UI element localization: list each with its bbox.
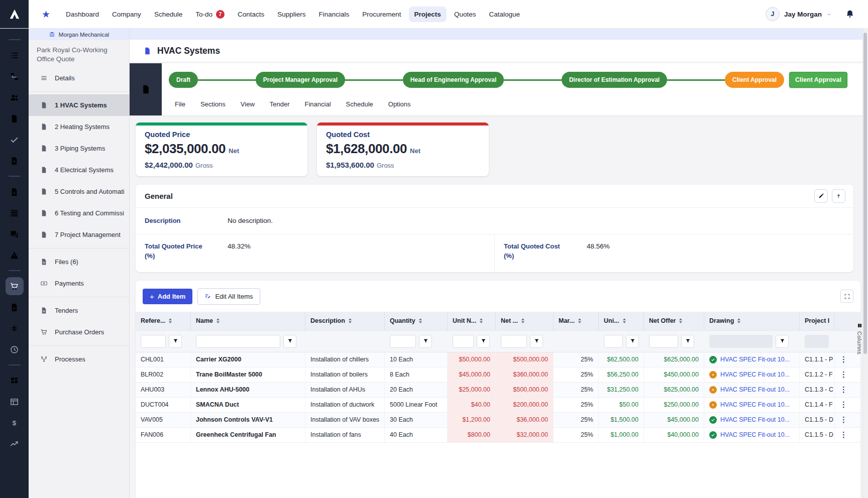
filter-drawing-input[interactable] [709,335,773,348]
sort-margin-control[interactable] [578,318,581,324]
sidebar-item-purchase-orders[interactable]: Purchase Orders [29,321,129,343]
collapse-button[interactable] [832,189,845,203]
warning-icon[interactable] [6,246,24,264]
menu-options[interactable]: Options [388,100,411,108]
workflow-step-draft-0[interactable]: Draft [169,72,198,88]
sort-description-control[interactable] [349,318,352,324]
sort-unit_offer-control[interactable] [623,318,626,324]
filter-unit_net-input[interactable] [453,335,474,348]
sidebar-item-4-electrical-systems[interactable]: 4 Electrical Systems [29,159,129,181]
edit-button[interactable] [814,189,828,203]
sidebar-item-payments[interactable]: Payments [29,273,129,294]
user-menu[interactable]: J Jay Morgan [766,7,832,21]
filter-name-funnel-button[interactable] [283,335,296,348]
sort-drawing-control[interactable] [737,318,740,324]
table-icon[interactable] [6,393,24,411]
trend-icon[interactable] [6,435,24,453]
sort-reference-control[interactable] [169,318,172,324]
nav-item-quotes[interactable]: Quotes [449,7,482,22]
vertical-scrollbar[interactable] [862,29,868,498]
workflow-step-project-manager-approval-1[interactable]: Project Manager Approval [256,72,345,88]
edit-all-items-button[interactable]: Edit All Items [197,288,260,305]
drawing-link[interactable]: HVAC SPEC Fit-out 10... [720,398,790,412]
workflow-step-head-of-engineering-approval-2[interactable]: Head of Engineering Approval [403,72,504,88]
client-approval-button[interactable]: Client Approval [789,72,847,88]
filter-unit_offer-input[interactable] [604,335,623,348]
filter-net_offer-input[interactable] [649,335,678,348]
sidebar-item-3-piping-systems[interactable]: 3 Piping Systems [29,138,129,159]
menu-schedule[interactable]: Schedule [346,100,373,108]
file-icon[interactable] [6,183,24,201]
org-switcher[interactable]: Morgan Mechanical [29,29,129,40]
filter-net_total-funnel-button[interactable] [530,335,543,348]
nav-item-company[interactable]: Company [106,7,147,22]
menu-tender[interactable]: Tender [270,100,290,108]
chat-icon[interactable] [6,225,24,243]
document-icon[interactable] [6,109,24,128]
sidebar-item-5-controls-and-automation[interactable]: 5 Controls and Automation [29,181,129,202]
sidebar-item-2-heating-systems[interactable]: 2 Heating Systems [29,116,129,138]
users-icon[interactable] [6,88,24,106]
row-menu-button[interactable]: ⋮ [835,398,852,412]
menu-sections[interactable]: Sections [200,100,226,108]
grid-icon[interactable] [6,371,24,390]
dollar-icon[interactable]: $ [6,414,24,432]
sidebar-item-1-hvac-systems[interactable]: 1 HVAC Systems [29,94,129,116]
sidebar-item-files-6[interactable]: Files (6) [29,251,129,273]
filter-reference-funnel-button[interactable] [169,335,182,348]
filter-unit_offer-funnel-button[interactable] [626,335,639,348]
sitemap-icon[interactable] [6,67,24,85]
workflow-step-director-of-estimation-approval-3[interactable]: Director of Estimation Approval [562,72,667,88]
nav-item-catalogue[interactable]: Catalogue [483,7,525,22]
nav-item-dashboard[interactable]: Dashboard [60,7,104,22]
sort-quantity-control[interactable] [419,318,422,324]
app-logo[interactable] [0,0,29,28]
sort-net_total-control[interactable] [521,318,524,324]
nav-item-financials[interactable]: Financials [313,7,355,22]
sidebar-item-details[interactable]: Details [29,67,129,89]
menu-file[interactable]: File [175,100,185,108]
workflow-step-client-approval-4[interactable]: Client Approval [725,72,784,88]
row-menu-button[interactable]: ⋮ [835,383,852,397]
check-icon[interactable] [6,131,24,149]
columns-panel-toggle[interactable]: Columns [856,323,862,354]
row-menu-button[interactable]: ⋮ [835,428,852,442]
drawing-link[interactable]: HVAC SPEC Fit-out 10... [720,352,790,367]
sidebar-item-7-project-management[interactable]: 7 Project Management [29,224,129,245]
sort-net_offer-control[interactable] [679,318,682,324]
fullscreen-button[interactable] [840,290,853,303]
rows-icon[interactable] [6,204,24,222]
filter-quantity-input[interactable] [390,335,416,348]
filter-drawing-funnel-button[interactable] [776,335,789,348]
menu-view[interactable]: View [241,100,255,108]
nav-item-contacts[interactable]: Contacts [232,7,270,22]
notifications-bell-icon[interactable] [845,9,855,19]
upload-icon[interactable] [6,152,24,170]
menu-financial[interactable]: Financial [305,100,331,108]
sidebar-item-6-testing-and-commissioning[interactable]: 6 Testing and Commissioning [29,202,129,224]
filter-net_offer-funnel-button[interactable] [681,335,694,348]
sliders-icon[interactable] [6,319,24,337]
sort-name-control[interactable] [216,318,220,324]
filter-unit_net-funnel-button[interactable] [477,335,490,348]
nav-item-projects[interactable]: Projects [409,7,447,22]
filter-reference-input[interactable] [141,335,166,348]
sidebar-item-tenders[interactable]: Tenders [29,300,129,321]
filter-quantity-funnel-button[interactable] [419,335,432,348]
nav-item-to-do[interactable]: To-do7 [190,6,230,23]
filter-name-input[interactable] [196,335,280,348]
drawing-link[interactable]: HVAC SPEC Fit-out 10... [720,383,790,397]
sort-unit_net-control[interactable] [480,318,483,324]
drawing-link[interactable]: HVAC SPEC Fit-out 10... [720,428,790,442]
row-menu-button[interactable]: ⋮ [835,413,852,427]
nav-item-schedule[interactable]: Schedule [149,7,188,22]
add-item-button[interactable]: + Add Item [143,289,192,304]
filter-project-input[interactable] [805,335,829,348]
list-icon[interactable] [6,46,24,64]
clock-icon[interactable] [6,340,24,358]
nav-item-suppliers[interactable]: Suppliers [272,7,311,22]
nav-item-procurement[interactable]: Procurement [357,7,406,22]
section-doc-tab[interactable] [130,63,162,115]
favorite-star-icon[interactable]: ★ [42,9,50,20]
drawing-link[interactable]: HVAC SPEC Fit-out 10... [720,367,790,382]
